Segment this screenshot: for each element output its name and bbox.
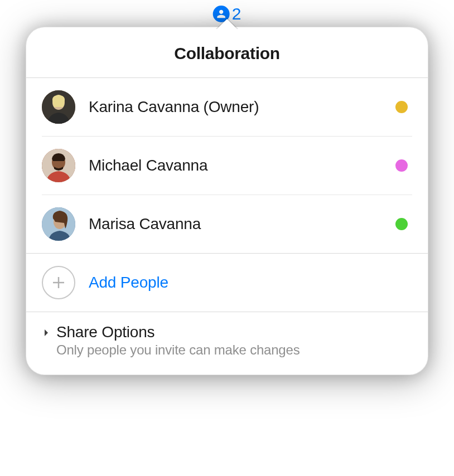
- collaborator-name: Karina Cavanna (Owner): [89, 98, 382, 116]
- add-people-section: Add People: [26, 253, 428, 312]
- plus-icon: [42, 266, 75, 299]
- avatar: [42, 207, 75, 241]
- popover-arrow: [217, 19, 237, 29]
- collaborator-row[interactable]: Michael Cavanna: [42, 137, 412, 195]
- share-options-subtitle: Only people you invite can make changes: [56, 342, 412, 358]
- share-options-title: Share Options: [56, 323, 412, 341]
- collaborator-name: Michael Cavanna: [89, 157, 382, 174]
- status-dot: [395, 218, 408, 230]
- avatar: [42, 149, 75, 182]
- chevron-right-icon: [42, 328, 51, 337]
- status-dot: [395, 101, 408, 113]
- add-people-button[interactable]: Add People: [42, 266, 412, 299]
- add-people-label: Add People: [89, 274, 168, 292]
- collaboration-popover: Collaboration Karina Cavanna (Owner): [26, 27, 428, 375]
- collaborator-row[interactable]: Karina Cavanna (Owner): [42, 78, 412, 137]
- share-options-section: Share Options Only people you invite can…: [26, 312, 428, 375]
- collaborator-row[interactable]: Marisa Cavanna: [42, 195, 412, 253]
- popover-header: Collaboration: [26, 27, 428, 78]
- collaborator-list: Karina Cavanna (Owner) Michael Cavanna: [26, 78, 428, 253]
- collaborator-name: Marisa Cavanna: [89, 215, 382, 233]
- avatar: [42, 90, 75, 124]
- status-dot: [395, 159, 408, 172]
- share-options-button[interactable]: Share Options Only people you invite can…: [42, 323, 412, 358]
- popover-title: Collaboration: [37, 44, 417, 63]
